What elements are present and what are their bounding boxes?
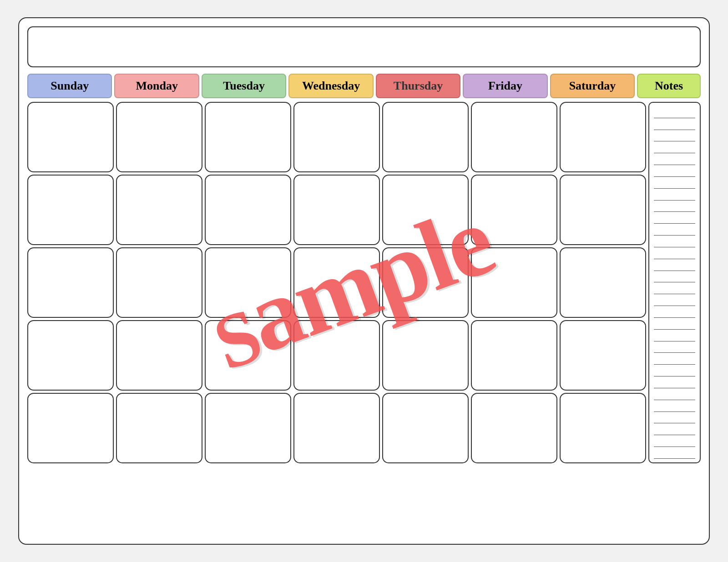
header-sunday: Sunday: [27, 74, 112, 98]
table-row: [205, 247, 291, 318]
note-line: [654, 189, 695, 201]
table-row: [293, 102, 380, 172]
table-row: [205, 102, 291, 172]
table-row: [293, 175, 380, 245]
table-row: [471, 320, 557, 391]
table-row: [205, 175, 291, 245]
note-line: [654, 282, 695, 294]
table-row: [205, 320, 291, 391]
note-line: [654, 330, 695, 341]
table-row: [27, 393, 114, 463]
note-line: [654, 271, 695, 283]
note-line: [654, 177, 695, 189]
table-row: [560, 320, 646, 391]
table-row: [471, 175, 557, 245]
table-row: [27, 175, 114, 245]
note-line: [654, 365, 695, 376]
table-row: [116, 247, 202, 318]
note-line: [654, 376, 695, 388]
calendar-container: Sunday Monday Tuesday Wednesday Thursday…: [18, 17, 710, 545]
note-line: [654, 130, 695, 142]
header-notes: Notes: [637, 74, 701, 98]
note-line: [654, 259, 695, 271]
calendar-body: [27, 102, 701, 463]
note-line: [654, 341, 695, 353]
table-row: [382, 320, 469, 391]
table-row: [27, 102, 114, 172]
table-row: [27, 320, 114, 391]
header-wednesday: Wednesday: [288, 74, 373, 98]
note-line: [654, 423, 695, 435]
note-line: [654, 447, 695, 459]
note-line: [654, 294, 695, 306]
table-row: [382, 393, 469, 463]
table-row: [27, 247, 114, 318]
note-line: [654, 412, 695, 424]
table-row: [382, 102, 469, 172]
notes-column: [648, 102, 701, 463]
table-row: [293, 247, 380, 318]
header-row: Sunday Monday Tuesday Wednesday Thursday…: [27, 74, 701, 98]
table-row: [116, 320, 202, 391]
table-row: [471, 393, 557, 463]
note-line: [654, 306, 695, 318]
note-line: [654, 435, 695, 447]
table-row: [116, 102, 202, 172]
header-monday: Monday: [114, 74, 199, 98]
table-row: [293, 320, 380, 391]
note-line: [654, 118, 695, 130]
header-thursday: Thursday: [376, 74, 460, 98]
note-line: [654, 353, 695, 365]
table-row: [471, 247, 557, 318]
header-friday: Friday: [463, 74, 547, 98]
note-line: [654, 153, 695, 165]
table-row: [382, 247, 469, 318]
table-row: [382, 175, 469, 245]
table-row: [116, 393, 202, 463]
title-bar: [27, 26, 701, 67]
note-line: [654, 141, 695, 153]
note-line: [654, 224, 695, 236]
days-grid: [27, 102, 646, 463]
table-row: [205, 393, 291, 463]
table-row: [293, 393, 380, 463]
note-line: [654, 106, 695, 118]
note-line: [654, 236, 695, 247]
table-row: [560, 175, 646, 245]
note-line: [654, 201, 695, 212]
header-tuesday: Tuesday: [202, 74, 286, 98]
note-line: [654, 318, 695, 330]
note-line: [654, 247, 695, 259]
table-row: [560, 393, 646, 463]
table-row: [560, 247, 646, 318]
table-row: [116, 175, 202, 245]
table-row: [560, 102, 646, 172]
note-line: [654, 165, 695, 177]
table-row: [471, 102, 557, 172]
note-line: [654, 400, 695, 412]
notes-lines: [648, 102, 701, 463]
note-line: [654, 212, 695, 224]
note-line: [654, 388, 695, 400]
header-saturday: Saturday: [550, 74, 635, 98]
